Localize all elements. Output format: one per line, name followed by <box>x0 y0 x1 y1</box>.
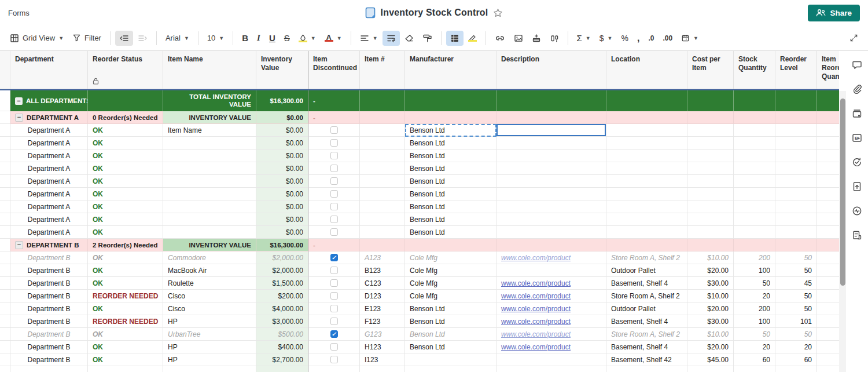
cell-inventory_value[interactable]: $16,300.00 <box>256 90 308 111</box>
cell-description[interactable] <box>496 188 606 200</box>
cell-cost[interactable]: $20.00 <box>687 302 734 315</box>
brandfolder-icon[interactable]: B <box>851 132 863 144</box>
cell-item_name[interactable]: HP <box>163 341 256 353</box>
description-link[interactable]: www.cole.com/product <box>501 305 571 313</box>
description-link[interactable]: www.cole.com/product <box>501 292 571 300</box>
discontinued-checkbox[interactable] <box>330 177 338 185</box>
highlight-changes-button[interactable] <box>464 31 481 45</box>
cell-item_reorder[interactable] <box>817 290 839 302</box>
cell-item_num[interactable] <box>360 124 405 137</box>
cell-item_discontinued[interactable] <box>308 200 360 213</box>
cell-item_reorder[interactable] <box>817 341 839 353</box>
cell-cost[interactable] <box>687 175 734 188</box>
cell-item_discontinued[interactable] <box>308 264 360 277</box>
cell-location[interactable] <box>606 366 687 372</box>
cell-reorder_level[interactable] <box>775 90 817 111</box>
date-format-button[interactable]: ▼ <box>677 31 703 45</box>
cell-item_discontinued[interactable]: - <box>308 90 360 111</box>
cell-department[interactable]: Department B <box>10 353 88 366</box>
cell-description[interactable] <box>496 111 606 124</box>
cell-item_num[interactable]: F123 <box>360 315 405 328</box>
attach-file-button[interactable] <box>528 31 545 46</box>
cell-description[interactable]: www.cole.com/product <box>496 277 606 290</box>
strikethrough-button[interactable]: S <box>280 30 294 46</box>
underline-button[interactable]: U <box>265 30 279 46</box>
cell-cost[interactable] <box>687 239 734 251</box>
favorite-star-icon[interactable] <box>493 8 503 18</box>
cell-description[interactable]: www.cole.com/product <box>496 341 606 353</box>
cell-reorder_status[interactable]: REORDER NEEDED <box>88 315 163 328</box>
cell-manufacturer[interactable] <box>405 239 496 251</box>
cell-stock[interactable] <box>734 213 775 226</box>
cell-location[interactable] <box>606 226 687 239</box>
cell-item_reorder[interactable] <box>817 200 839 213</box>
cell-reorder_level[interactable]: 20 <box>775 341 817 353</box>
font-color-button[interactable]: A ▼ <box>321 31 346 45</box>
cell-description[interactable]: www.cole.com/product <box>496 315 606 328</box>
cell-item_discontinued[interactable] <box>308 353 360 366</box>
cell-inventory_value[interactable]: $200.00 <box>256 290 308 302</box>
cell-cost[interactable]: $10.00 <box>687 251 734 264</box>
cell-item_name[interactable] <box>163 137 256 149</box>
cell-item_reorder[interactable] <box>817 353 839 366</box>
cell-description[interactable] <box>496 213 606 226</box>
cell-item_discontinued[interactable]: - <box>308 239 360 251</box>
cell-description[interactable] <box>496 226 606 239</box>
cell-reorder_level[interactable]: 50 <box>775 251 817 264</box>
cell-reorder_status[interactable]: OK <box>88 162 163 175</box>
description-link[interactable]: www.cole.com/product <box>501 254 571 262</box>
vertical-scrollbar[interactable] <box>839 91 846 372</box>
cell-manufacturer[interactable]: Benson Ltd <box>405 162 496 175</box>
comments-icon[interactable] <box>851 59 863 71</box>
cell-manufacturer[interactable] <box>405 90 496 111</box>
cell-manufacturer[interactable]: Benson Ltd <box>405 341 496 353</box>
cell-item_num[interactable] <box>360 239 405 251</box>
cell-cost[interactable] <box>687 149 734 162</box>
cell-item_name[interactable]: HP <box>163 353 256 366</box>
discontinued-checkbox[interactable] <box>330 356 338 363</box>
discontinued-checkbox[interactable] <box>330 279 338 287</box>
column-header-department[interactable]: Department <box>10 51 88 89</box>
discontinued-checkbox[interactable] <box>330 152 338 159</box>
cell-description[interactable] <box>496 200 606 213</box>
cell-item_discontinued[interactable] <box>308 226 360 239</box>
cell-department[interactable]: Department A <box>10 213 88 226</box>
filter-button[interactable]: Filter <box>68 31 105 45</box>
cell-item_num[interactable]: H123 <box>360 341 405 353</box>
cell-cost[interactable]: $20.00 <box>687 341 734 353</box>
cell-department[interactable]: Department B <box>10 264 88 277</box>
discontinued-checkbox[interactable]: ✓ <box>330 254 338 261</box>
cell-stock[interactable]: 20 <box>734 341 775 353</box>
cell-reorder_status[interactable]: OK <box>88 149 163 162</box>
cell-item_name[interactable]: TOTAL INVENTORY VALUE <box>163 90 256 111</box>
formula-button[interactable]: Σ▼ <box>573 30 595 46</box>
cell-item_num[interactable] <box>360 226 405 239</box>
cell-manufacturer[interactable] <box>405 111 496 124</box>
cell-cost[interactable] <box>687 124 734 137</box>
cell-item_name[interactable]: Roulette <box>163 277 256 290</box>
cell-description[interactable]: www.cole.com/product <box>496 302 606 315</box>
indent-button[interactable] <box>134 31 152 46</box>
cell-cost[interactable] <box>687 200 734 213</box>
discontinued-checkbox[interactable] <box>330 139 338 147</box>
cell-item_num[interactable] <box>360 188 405 200</box>
cell-item_reorder[interactable] <box>817 137 839 149</box>
cell-inventory_value[interactable]: $0.00 <box>256 226 308 239</box>
cell-item_name[interactable]: UrbanTree <box>163 328 256 341</box>
cell-reorder_level[interactable] <box>775 149 817 162</box>
cell-item_name[interactable] <box>163 213 256 226</box>
cell-item_name[interactable] <box>163 200 256 213</box>
wrap-text-button[interactable] <box>382 31 400 46</box>
discontinued-checkbox[interactable] <box>330 305 338 312</box>
cell-item_discontinued[interactable] <box>308 213 360 226</box>
discontinued-checkbox[interactable] <box>330 203 338 210</box>
cell-item_name[interactable]: Cisco <box>163 302 256 315</box>
cell-location[interactable] <box>606 90 687 111</box>
cell-item_discontinued[interactable] <box>308 124 360 137</box>
cell-description[interactable] <box>496 162 606 175</box>
cell-manufacturer[interactable] <box>405 353 496 366</box>
cell-stock[interactable] <box>734 124 775 137</box>
column-header-reorder_status[interactable]: Reorder Status <box>88 51 163 89</box>
hyperlink-button[interactable] <box>491 31 509 46</box>
cell-location[interactable]: Basement, Shelf 4 <box>606 315 687 328</box>
